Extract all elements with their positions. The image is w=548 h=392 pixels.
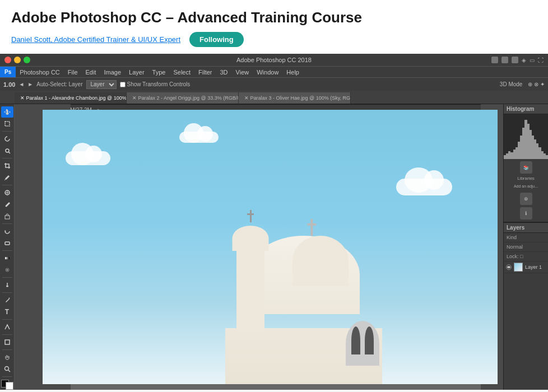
cloud-2 xyxy=(396,179,452,195)
course-title: Adobe Photoshop CC – Advanced Training C… xyxy=(11,9,537,26)
minimize-window-button[interactable] xyxy=(14,57,21,63)
menu-view[interactable]: View xyxy=(232,67,253,77)
svg-line-3 xyxy=(4,179,6,180)
ps-tab-2[interactable]: ✕ Paralax 2 - Angel Origgi.jpg @ 33.3% (… xyxy=(127,92,239,104)
church-tower-left-top xyxy=(233,226,269,251)
background-color[interactable] xyxy=(6,382,13,390)
panel-icons: 📚 Libraries Add an adju... ⊕ ℹ xyxy=(504,159,548,222)
toolbar-separator-1 xyxy=(2,131,12,132)
mac-titlebar: Adobe Photoshop CC 2018 ◈ ▭ ⛶ xyxy=(0,54,548,66)
tool-pen[interactable] xyxy=(1,295,13,306)
course-meta: Daniel Scott, Adobe Certified Trainer & … xyxy=(11,32,537,47)
toolbar-separator-4 xyxy=(2,223,12,224)
svg-point-2 xyxy=(6,149,9,152)
menu-file[interactable]: File xyxy=(64,67,82,77)
ps-tab-3[interactable]: ✕ Paralax 3 - Oliver Hae.jpg @ 100% (Sky… xyxy=(239,92,351,104)
toolbar-separator-7 xyxy=(2,292,12,293)
tool-shape[interactable] xyxy=(1,337,13,348)
church-dome-2 xyxy=(292,236,349,286)
svg-rect-0 xyxy=(5,122,10,126)
svg-rect-9 xyxy=(5,257,10,259)
layers-mode-label: Normal xyxy=(507,244,523,250)
tool-lasso[interactable] xyxy=(1,133,13,144)
menu-type[interactable]: Type xyxy=(148,67,170,77)
ps-content-area: ✕ Paralax 1 - Alexandre Chambon.jpg @ 10… xyxy=(0,91,548,390)
tool-marquee[interactable] xyxy=(1,118,13,129)
toolbar-separator-9 xyxy=(2,334,12,335)
canvas-image xyxy=(43,110,498,384)
church-illustration xyxy=(220,151,388,385)
layers-options: Kind xyxy=(504,233,548,242)
tool-wand[interactable] xyxy=(1,145,13,156)
layer-name-1: Layer 1 xyxy=(525,264,542,270)
tool-eyedropper[interactable] xyxy=(1,172,13,183)
tool-heal[interactable] xyxy=(1,187,13,198)
svg-line-17 xyxy=(8,370,10,372)
menu-layer[interactable]: Layer xyxy=(125,67,148,77)
tool-crop[interactable] xyxy=(1,160,13,171)
menu-help[interactable]: Help xyxy=(282,67,303,77)
tool-brush[interactable] xyxy=(1,199,13,210)
info-icon: ℹ xyxy=(525,211,527,216)
options-layer-select[interactable]: Layer xyxy=(86,80,117,89)
options-time: 1.00 xyxy=(3,81,15,88)
libraries-panel-btn[interactable]: 📚 xyxy=(520,161,532,174)
svg-point-16 xyxy=(4,366,8,370)
church-main-cross xyxy=(307,219,316,226)
church-tower-left xyxy=(236,248,264,338)
info-panel-btn[interactable]: ℹ xyxy=(520,207,532,220)
menu-filter[interactable]: Filter xyxy=(194,67,216,77)
fg-bg-colors[interactable] xyxy=(1,380,13,390)
menu-select[interactable]: Select xyxy=(169,67,194,77)
tool-move[interactable] xyxy=(1,106,13,118)
layer-eye-1[interactable] xyxy=(506,264,512,270)
tool-text[interactable]: T xyxy=(1,306,13,318)
svg-rect-7 xyxy=(5,216,10,219)
close-window-button[interactable] xyxy=(4,57,11,63)
wifi-icon: ◈ xyxy=(522,57,526,63)
tool-eraser[interactable] xyxy=(1,237,13,249)
maximize-window-button[interactable] xyxy=(24,57,30,63)
ps-right-panels: Histogram xyxy=(503,104,548,390)
histogram-area xyxy=(504,114,548,159)
ps-logo: Ps xyxy=(0,67,16,77)
tool-blur[interactable] xyxy=(1,264,13,276)
menu-image[interactable]: Image xyxy=(100,67,125,77)
ps-tab-1[interactable]: ✕ Paralax 1 - Alexandre Chambon.jpg @ 10… xyxy=(15,92,127,104)
menu-edit[interactable]: Edit xyxy=(82,67,100,77)
following-button[interactable]: Following xyxy=(189,32,244,47)
menu-3d[interactable]: 3D xyxy=(216,67,231,77)
ps-document-tabs: ✕ Paralax 1 - Alexandre Chambon.jpg @ 10… xyxy=(0,91,548,104)
tool-path-select[interactable] xyxy=(1,321,13,333)
tool-stamp[interactable] xyxy=(1,211,13,222)
hbar-19 xyxy=(546,155,548,159)
cloud-3 xyxy=(179,132,219,143)
layer-item-1[interactable]: Layer 1 xyxy=(504,262,548,273)
church-windows xyxy=(346,321,379,366)
menu-photoshop-cc[interactable]: Photoshop CC xyxy=(16,67,64,77)
ps-main-layout: T xyxy=(0,104,548,390)
ps-canvas-area[interactable]: 100% | Doc: 7.63M/27.2M ▶ xyxy=(15,104,503,390)
tool-dodge[interactable] xyxy=(1,279,13,291)
titlebar-icon-2 xyxy=(501,57,508,63)
svg-point-12 xyxy=(6,286,8,287)
instructor-link[interactable]: Daniel Scott, Adobe Certified Trainer & … xyxy=(11,35,180,44)
adjustments-panel-btn[interactable]: ⊕ xyxy=(520,193,532,205)
options-nav-right[interactable]: ► xyxy=(27,81,33,87)
libraries-icon: 📚 xyxy=(523,165,529,170)
tool-history[interactable] xyxy=(1,226,13,237)
tool-zoom[interactable] xyxy=(1,363,13,375)
eye-icon-1 xyxy=(507,266,510,268)
tool-gradient[interactable] xyxy=(1,253,13,264)
ps-canvas[interactable] xyxy=(43,110,498,384)
svg-point-14 xyxy=(8,297,10,298)
options-nav-left[interactable]: ◄ xyxy=(18,81,24,87)
svg-rect-15 xyxy=(5,340,10,344)
histogram-bars xyxy=(504,120,548,159)
tool-hand[interactable] xyxy=(1,352,13,363)
menu-window[interactable]: Window xyxy=(253,67,282,77)
ps-toolbar: T xyxy=(0,104,15,390)
course-header: Adobe Photoshop CC – Advanced Training C… xyxy=(0,0,548,54)
titlebar-icons: ◈ ▭ ⛶ xyxy=(491,57,544,63)
options-transform-checkbox[interactable] xyxy=(120,82,126,87)
